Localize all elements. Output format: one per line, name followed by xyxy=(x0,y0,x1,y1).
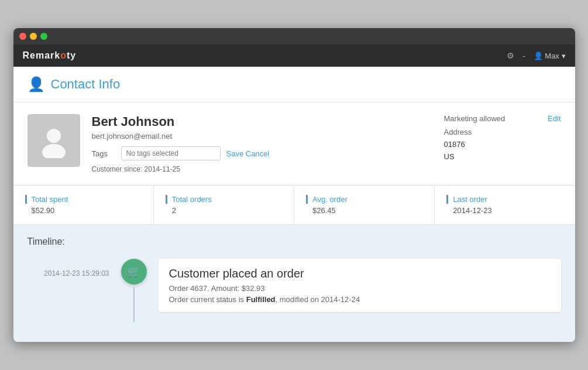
topbar-dash: - xyxy=(522,52,525,60)
timeline-connector xyxy=(133,287,135,322)
stat-avg-order-title: Avg. order xyxy=(306,195,422,204)
address-country: US xyxy=(444,151,561,163)
close-button[interactable] xyxy=(19,33,26,40)
stat-total-orders-value: 2 xyxy=(166,206,282,215)
main-window: Remarkoty ⚙ - 👤 Max ▾ 👤 Contact Info xyxy=(13,28,575,342)
user-menu[interactable]: 👤 Max ▾ xyxy=(534,52,566,60)
contact-details-left: Bert Johnson bert.johnson@email.net Tags… xyxy=(92,114,432,173)
save-cancel-button[interactable]: Save Cancel xyxy=(226,149,270,158)
user-label: Max xyxy=(545,52,559,60)
tags-input[interactable] xyxy=(121,146,221,160)
titlebar xyxy=(13,28,575,44)
contact-name: Bert Johnson xyxy=(92,114,432,129)
address-zip: 01876 xyxy=(444,139,561,151)
avatar-image xyxy=(36,123,71,158)
maximize-button[interactable] xyxy=(40,33,47,40)
address-label: Address xyxy=(444,128,561,136)
stat-last-order: Last order 2014-12-23 xyxy=(435,186,575,224)
stats-row: Total spent $52.90 Total orders 2 Avg. o… xyxy=(13,186,575,225)
page-title: Contact Info xyxy=(51,77,121,92)
tags-label: Tags xyxy=(92,149,115,158)
contact-details-right: Marketing allowed Edit Address 01876 US xyxy=(444,114,561,163)
stat-total-spent-title: Total spent xyxy=(25,195,142,204)
topbar-right: ⚙ - 👤 Max ▾ xyxy=(507,51,565,60)
settings-icon[interactable]: ⚙ xyxy=(507,51,514,60)
status-post: , modified on 2014-12-24 xyxy=(276,295,360,304)
timeline-label: Timeline: xyxy=(27,237,561,247)
svg-point-1 xyxy=(42,144,66,158)
marketing-label: Marketing allowed xyxy=(444,114,506,123)
stat-last-order-title: Last order xyxy=(446,195,563,204)
tags-row: Tags Save Cancel xyxy=(92,146,432,160)
timeline-cart-icon: 🛒 xyxy=(121,259,147,285)
stat-avg-order-value: $26.45 xyxy=(306,206,422,215)
minimize-button[interactable] xyxy=(30,33,37,40)
stat-last-order-value: 2014-12-23 xyxy=(446,206,563,215)
marketing-row: Marketing allowed Edit xyxy=(444,114,561,123)
timeline-event-card: Customer placed an order Order 4637. Amo… xyxy=(159,259,561,312)
status-pre: Order current status is xyxy=(169,295,246,304)
address-value: 01876 US xyxy=(444,139,561,163)
page-header: 👤 Contact Info xyxy=(13,67,575,102)
contact-icon: 👤 xyxy=(27,76,45,92)
stat-total-spent: Total spent $52.90 xyxy=(13,186,154,224)
user-icon: 👤 xyxy=(534,52,543,60)
stat-total-orders: Total orders 2 xyxy=(154,186,294,224)
contact-email: bert.johnson@email.net xyxy=(92,132,432,141)
stat-total-orders-title: Total orders xyxy=(166,195,282,204)
svg-point-0 xyxy=(47,129,61,143)
timeline-section: Timeline: 2014-12-23 15:29:03 🛒 Customer… xyxy=(13,225,575,342)
timeline-event-title: Customer placed an order xyxy=(169,267,551,280)
logo: Remarkoty xyxy=(23,50,77,61)
timeline-event-sub: Order 4637. Amount: $32.93 xyxy=(169,284,551,293)
avatar xyxy=(27,114,80,167)
topbar: Remarkoty ⚙ - 👤 Max ▾ xyxy=(13,44,575,67)
timeline-event-date: 2014-12-23 15:29:03 xyxy=(27,259,121,278)
stat-total-spent-value: $52.90 xyxy=(25,206,142,215)
timeline-body: 2014-12-23 15:29:03 🛒 Customer placed an… xyxy=(27,259,561,322)
timeline-event-status: Order current status is Fulfilled, modif… xyxy=(169,295,551,304)
user-dropdown-icon: ▾ xyxy=(562,52,566,60)
status-fulfilled: Fulfilled xyxy=(246,295,276,304)
content-area: 👤 Contact Info Bert Johnson bert.johnson… xyxy=(13,67,575,342)
timeline-line: 🛒 xyxy=(121,259,147,322)
stat-avg-order: Avg. order $26.45 xyxy=(294,186,435,224)
contact-card: Bert Johnson bert.johnson@email.net Tags… xyxy=(13,102,575,186)
customer-since: Customer since: 2014-11-25 xyxy=(92,165,432,173)
edit-link[interactable]: Edit xyxy=(548,114,561,123)
